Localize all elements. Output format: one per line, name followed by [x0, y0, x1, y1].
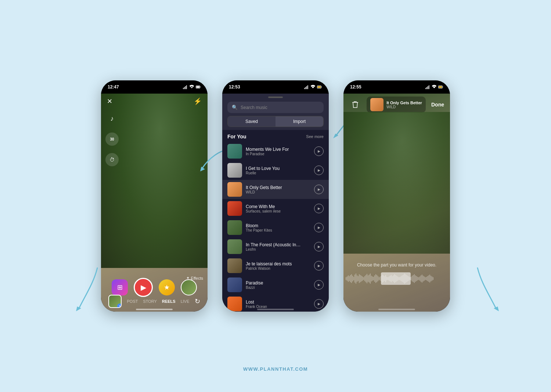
- svg-marker-13: [333, 134, 338, 138]
- music-item[interactable]: Je te laisserai des mots Patrick Watson …: [222, 256, 329, 275]
- music-info: It Only Gets Better WILD: [246, 185, 310, 194]
- for-you-title: For You: [227, 134, 246, 139]
- star-icon-button[interactable]: ★: [159, 279, 175, 295]
- music-title: It Only Gets Better: [246, 185, 301, 190]
- play-button[interactable]: ▶: [314, 146, 324, 156]
- play-button[interactable]: ▶: [314, 223, 324, 232]
- flip-camera-icon[interactable]: ↻: [195, 297, 200, 305]
- waveform-bar: [354, 275, 355, 283]
- home-indicator-2: [257, 309, 294, 310]
- waveform-bar: [413, 275, 414, 282]
- music-artist: Surfaces, salem ilese: [246, 209, 310, 213]
- svg-marker-21: [494, 306, 499, 311]
- music-title: I Get to Love You: [246, 166, 301, 171]
- music-item[interactable]: Come With Me Surfaces, salem ilese ▶: [222, 199, 329, 218]
- record-button[interactable]: ▶: [134, 278, 153, 297]
- album-art: [227, 277, 242, 292]
- saved-import-tabs: Saved Import: [227, 116, 324, 127]
- waveform-bar: [371, 276, 372, 282]
- timer-30-icon[interactable]: 30: [105, 133, 119, 146]
- waveform-bar: [351, 274, 352, 283]
- thumbnail-preview[interactable]: [181, 279, 197, 295]
- waveform-bar: [372, 276, 373, 281]
- waveform-bar: [432, 276, 432, 281]
- waveform-bar: [425, 277, 426, 280]
- waveform-bar: [380, 276, 381, 281]
- notification-badge: +: [117, 304, 122, 308]
- music-item[interactable]: Bloom The Paper Kites ▶: [222, 218, 329, 237]
- waveform-bar: [423, 276, 424, 282]
- music-item[interactable]: In The Forest (Acoustic Indie No Copyrig…: [222, 237, 329, 256]
- nav-reels[interactable]: REELS: [162, 299, 176, 304]
- waveform-bar: [415, 275, 416, 282]
- music-artist: Lesfm: [246, 247, 310, 251]
- grid-icon: ⊞: [117, 283, 123, 291]
- album-art: [227, 182, 242, 197]
- saved-tab[interactable]: Saved: [228, 116, 276, 127]
- play-button[interactable]: ▶: [314, 185, 324, 194]
- play-button[interactable]: ▶: [314, 204, 324, 213]
- time-3: 12:55: [350, 84, 361, 90]
- waveform-bar: [429, 275, 430, 283]
- nav-story[interactable]: STORY: [143, 299, 157, 304]
- play-button[interactable]: ▶: [314, 299, 324, 309]
- waveform-selection[interactable]: [381, 272, 411, 285]
- waveform-bar: [365, 275, 366, 282]
- search-placeholder: Search music: [241, 105, 267, 110]
- music-item[interactable]: Paradise Bazzi ▶: [222, 275, 329, 294]
- waveform-bar: [347, 276, 347, 281]
- svg-rect-9: [306, 86, 307, 89]
- music-info: I Get to Love You Ruelle: [246, 166, 310, 175]
- trash-icon[interactable]: [349, 99, 361, 110]
- waveform-bar: [419, 276, 420, 281]
- svg-rect-1: [184, 87, 185, 89]
- waveform-bar: [421, 275, 421, 282]
- waveform-bar: [357, 275, 357, 282]
- home-indicator-1: [136, 309, 173, 310]
- clock-icon[interactable]: ⏱: [105, 153, 119, 166]
- waveform-bar: [350, 275, 351, 282]
- nav-post[interactable]: POST: [127, 299, 138, 304]
- waveform-bar: [373, 277, 374, 280]
- play-button[interactable]: ▶: [314, 280, 324, 290]
- play-button[interactable]: ▶: [314, 242, 324, 251]
- music-artist: Frank Ocean: [246, 305, 310, 309]
- waveform-container[interactable]: [343, 269, 450, 288]
- nav-live[interactable]: LIVE: [181, 299, 190, 304]
- waveform-bar: [353, 277, 354, 280]
- phone1-body: ✕ ⚡ ♪ 30 ⏱ ✦ Effects ⊞ ▶: [101, 94, 208, 312]
- flash-icon[interactable]: ⚡: [194, 97, 202, 105]
- import-tab[interactable]: Import: [276, 116, 323, 127]
- see-more-link[interactable]: See more: [306, 134, 324, 139]
- song-artist: WILD: [386, 105, 422, 109]
- music-title: Come With Me: [246, 204, 301, 209]
- music-title: Paradise: [246, 280, 301, 286]
- play-button[interactable]: ▶: [314, 261, 324, 271]
- done-button[interactable]: Done: [431, 102, 444, 108]
- close-icon[interactable]: ✕: [107, 97, 112, 105]
- music-info: Moments We Live For In Paradise: [246, 147, 310, 156]
- phone-2: 12:53 🔍 Search music Saved Import: [222, 80, 329, 312]
- waveform-bar: [356, 273, 356, 284]
- album-art: [227, 239, 242, 254]
- reel-icon-purple[interactable]: ⊞: [112, 279, 128, 295]
- gallery-thumbnail[interactable]: +: [108, 295, 122, 308]
- music-item[interactable]: I Get to Love You Ruelle ▶: [222, 161, 329, 180]
- music-item[interactable]: Moments We Live For In Paradise ▶: [222, 142, 329, 161]
- svg-rect-12: [318, 86, 321, 88]
- waveform-bar: [416, 276, 417, 281]
- waveform-bar: [348, 275, 349, 282]
- search-bar[interactable]: 🔍 Search music: [227, 102, 324, 113]
- svg-rect-16: [428, 86, 428, 89]
- music-artist: In Paradise: [246, 152, 310, 156]
- home-indicator-3: [378, 309, 415, 310]
- music-item[interactable]: It Only Gets Better WILD ▶: [222, 180, 329, 199]
- music-info: Paradise Bazzi: [246, 280, 310, 290]
- svg-rect-8: [305, 87, 306, 89]
- waveform-bar: [377, 275, 377, 282]
- status-icons-1: [183, 84, 201, 90]
- music-note-icon[interactable]: ♪: [105, 112, 119, 125]
- play-button[interactable]: ▶: [314, 166, 324, 175]
- for-you-header: For You See more: [222, 130, 329, 142]
- phone-3: 12:55 It Only Gets B: [343, 80, 450, 312]
